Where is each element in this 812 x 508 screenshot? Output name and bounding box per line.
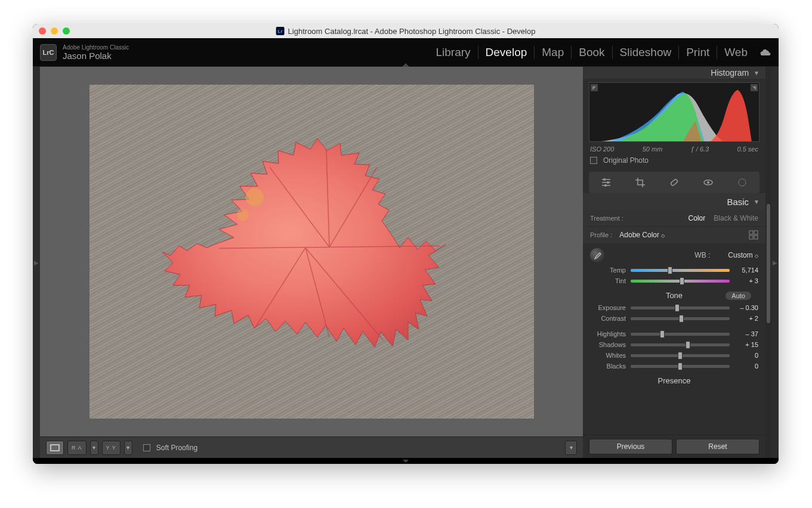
module-develop[interactable]: Develop <box>478 46 535 59</box>
masking-icon[interactable] <box>737 177 748 188</box>
before-after-dropdown[interactable]: ▾ <box>90 441 98 455</box>
wb-selector[interactable]: Custom ◇ <box>728 251 758 259</box>
shadows-slider[interactable] <box>631 343 730 346</box>
svg-point-8 <box>707 181 709 184</box>
edit-sliders-icon[interactable] <box>601 177 612 188</box>
soft-proofing-checkbox[interactable] <box>143 444 150 451</box>
auto-tone-button[interactable]: Auto <box>725 292 751 300</box>
toolbar-menu-button[interactable]: ▾ <box>565 441 577 455</box>
svg-point-3 <box>603 178 606 181</box>
contrast-value[interactable]: + 2 <box>734 315 758 322</box>
tool-strip <box>589 172 759 193</box>
exif-focal: 50 mm <box>643 145 663 153</box>
svg-rect-13 <box>754 236 758 239</box>
treatment-bw[interactable]: Black & White <box>714 214 758 222</box>
exposure-slider[interactable] <box>631 306 730 309</box>
tone-section-header: Tone Auto <box>583 286 765 302</box>
wb-eyedropper-icon[interactable] <box>590 248 604 262</box>
temp-slider[interactable] <box>631 269 730 272</box>
previous-button[interactable]: Previous <box>589 439 672 454</box>
healing-icon[interactable] <box>669 177 680 188</box>
highlights-slider[interactable] <box>631 333 730 336</box>
cloud-sync-icon[interactable] <box>759 48 771 57</box>
bottom-toolbar: R A ▾ Y Y ▾ Soft Proofing ▾ <box>40 436 583 458</box>
original-photo-checkbox[interactable] <box>590 157 597 164</box>
svg-rect-6 <box>670 179 678 186</box>
svg-point-5 <box>604 184 607 187</box>
left-panel-toggle[interactable]: ▶ <box>33 67 40 458</box>
panel-buttons: Previous Reset <box>583 435 765 458</box>
module-header: LrC Adobe Lightroom Classic Jason Polak … <box>33 38 779 67</box>
right-scrollbar[interactable] <box>765 67 771 458</box>
svg-rect-10 <box>749 231 753 234</box>
profile-label: Profile : <box>590 231 612 238</box>
exposure-value[interactable]: – 0.30 <box>734 304 758 311</box>
app-label: Adobe Lightroom Classic <box>63 44 129 51</box>
filmstrip-toggle[interactable] <box>33 458 779 464</box>
before-after-lr-button[interactable]: R A <box>67 441 87 455</box>
basic-panel-header[interactable]: Basic ▼ <box>583 193 765 210</box>
crop-icon[interactable] <box>635 177 646 188</box>
highlights-label: Highlights <box>590 330 626 337</box>
exif-iso: ISO 200 <box>590 145 614 153</box>
profile-selector[interactable]: Adobe Color ◇ <box>619 231 665 239</box>
chevron-down-icon: ▼ <box>754 199 759 205</box>
histogram-header[interactable]: Histogram ▼ <box>583 67 765 79</box>
treatment-label: Treatment : <box>590 215 623 222</box>
canvas-area: R A ▾ Y Y ▾ Soft Proofing ▾ <box>40 67 583 458</box>
temp-value[interactable]: 5,714 <box>734 267 758 274</box>
chevron-down-icon: ▼ <box>754 70 759 76</box>
wb-label: WB : <box>694 251 710 259</box>
close-window-button[interactable] <box>39 27 46 35</box>
module-map[interactable]: Map <box>534 46 571 59</box>
tint-slider[interactable] <box>631 280 730 283</box>
module-print[interactable]: Print <box>678 46 717 59</box>
temp-label: Temp <box>590 267 626 274</box>
module-picker: Library Develop Map Book Slideshow Print… <box>429 46 772 59</box>
shadows-value[interactable]: + 15 <box>734 341 758 348</box>
svg-point-9 <box>739 179 746 186</box>
module-slideshow[interactable]: Slideshow <box>612 46 679 59</box>
exposure-label: Exposure <box>590 304 626 311</box>
right-panel: Histogram ▼ ◤ ◥ ISO 200 50 mm ƒ / 6.3 0.… <box>583 67 765 458</box>
image-canvas[interactable] <box>40 67 583 436</box>
highlight-clip-icon[interactable]: ◥ <box>751 84 758 91</box>
exif-shutter: 0.5 sec <box>737 145 758 153</box>
before-after-tb-dropdown[interactable]: ▾ <box>124 441 132 455</box>
before-after-tb-button[interactable]: Y Y <box>102 441 121 455</box>
presence-section-header: Presence <box>583 371 765 388</box>
logo-icon: LrC <box>40 44 57 61</box>
blacks-slider[interactable] <box>631 365 730 368</box>
histogram-title: Histogram <box>711 68 749 78</box>
app-window: Lr Lightroom Catalog.lrcat - Adobe Photo… <box>33 24 779 464</box>
wb-row: WB : Custom ◇ <box>583 243 765 265</box>
blacks-value[interactable]: 0 <box>734 363 758 370</box>
profile-row: Profile : Adobe Color ◇ <box>583 227 765 243</box>
module-library[interactable]: Library <box>429 46 478 59</box>
treatment-color[interactable]: Color <box>688 214 706 222</box>
blacks-label: Blacks <box>590 363 626 370</box>
svg-point-0 <box>246 188 264 206</box>
module-book[interactable]: Book <box>571 46 612 59</box>
shadow-clip-icon[interactable]: ◤ <box>591 84 598 91</box>
redeye-icon[interactable] <box>703 177 714 188</box>
right-panel-toggle[interactable]: ▶ <box>771 67 779 458</box>
loupe-view-button[interactable] <box>46 441 64 455</box>
reset-button[interactable]: Reset <box>676 439 759 454</box>
module-web[interactable]: Web <box>717 46 755 59</box>
profile-browser-icon[interactable] <box>749 230 758 240</box>
exif-aperture: ƒ / 6.3 <box>691 145 709 153</box>
contrast-slider[interactable] <box>631 317 730 320</box>
soft-proofing-label: Soft Proofing <box>156 444 197 452</box>
maximize-window-button[interactable] <box>63 27 70 35</box>
histogram-chart[interactable]: ◤ ◥ <box>589 82 759 142</box>
tone-label: Tone <box>666 291 683 300</box>
tint-value[interactable]: + 3 <box>734 277 758 284</box>
photo-preview <box>89 85 534 419</box>
svg-rect-11 <box>754 231 758 234</box>
whites-slider[interactable] <box>631 354 730 357</box>
minimize-window-button[interactable] <box>51 27 58 35</box>
highlights-value[interactable]: – 37 <box>734 330 758 337</box>
whites-value[interactable]: 0 <box>734 352 758 359</box>
svg-rect-2 <box>51 445 59 451</box>
